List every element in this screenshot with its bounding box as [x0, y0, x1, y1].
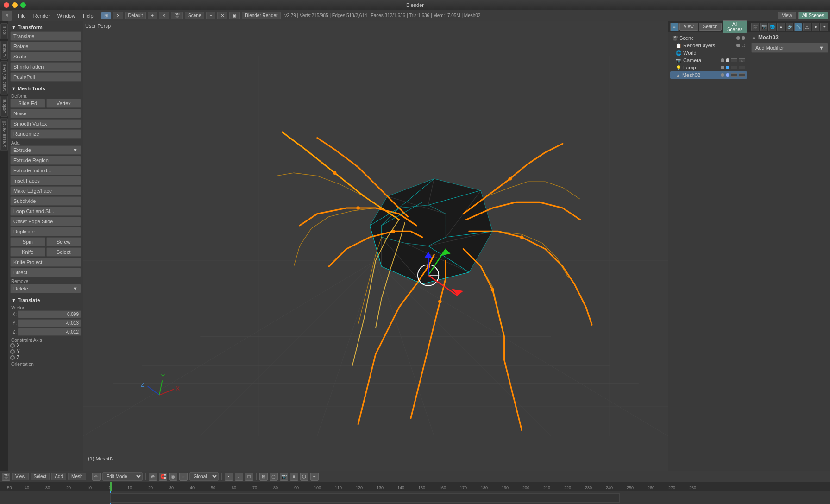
scene-x-btn[interactable]: ✕: [217, 12, 227, 19]
spin-btn[interactable]: Spin: [10, 237, 45, 246]
outliner-renderlayers[interactable]: 📋 RenderLayers: [670, 42, 747, 49]
bisect-btn[interactable]: Bisect: [10, 268, 81, 277]
render-icon-btn[interactable]: ◉: [229, 12, 240, 19]
mode-select[interactable]: Edit Mode Object Mode: [102, 472, 143, 481]
more-icon[interactable]: +: [310, 472, 319, 481]
options-tab[interactable]: Options: [0, 96, 8, 117]
add-modifier-btn[interactable]: Add Modifier ▼: [751, 43, 828, 53]
viewport2-icon[interactable]: ⬡: [300, 472, 308, 481]
orientation-select[interactable]: Global Local Normal: [189, 472, 219, 481]
select-btn[interactable]: Select: [46, 247, 82, 257]
slide-edge-btn[interactable]: Slide Ed: [10, 99, 45, 108]
create-tab[interactable]: Create: [0, 41, 8, 60]
outliner-camera[interactable]: 📷 Camera r s: [670, 57, 747, 64]
props-render-icon[interactable]: 📷: [760, 23, 768, 31]
menu-file[interactable]: File: [14, 12, 30, 19]
overlay-icon[interactable]: ⊞: [259, 472, 268, 481]
scale-btn[interactable]: Scale: [10, 52, 81, 61]
layout-icon-btn[interactable]: ⊞: [101, 12, 111, 19]
subdivide-btn[interactable]: Subdivide: [10, 196, 81, 206]
rotate-btn[interactable]: Rotate: [10, 42, 81, 51]
transform-section-title[interactable]: ▼ Transform: [10, 23, 81, 32]
push-pull-btn[interactable]: Push/Pull: [10, 72, 81, 82]
titlebar-buttons[interactable]: [4, 2, 26, 8]
axis-z-radio[interactable]: [10, 355, 15, 360]
screw-btn[interactable]: Screw: [46, 237, 82, 246]
shading-uvs-tab[interactable]: Shading / UVs: [0, 61, 8, 94]
props-modifier-icon[interactable]: 🔧: [794, 23, 802, 31]
allscenes-right-tab[interactable]: All Scenes: [723, 20, 747, 33]
layout-x-btn[interactable]: ✕: [159, 12, 169, 19]
axis-x-radio[interactable]: [10, 343, 15, 348]
scene-select[interactable]: Scene: [185, 12, 204, 19]
extrude-indiv-btn[interactable]: Extrude Individ...: [10, 166, 81, 175]
loop-cut-btn[interactable]: Loop Cut and Sl...: [10, 207, 81, 216]
props-scene-icon[interactable]: 🎬: [751, 23, 759, 31]
vert-mode-icon[interactable]: •: [225, 472, 233, 481]
offset-edge-btn[interactable]: Offset Edge Slide: [10, 217, 81, 226]
knife-project-btn[interactable]: Knife Project: [10, 258, 81, 267]
smooth-vertex-btn[interactable]: Smooth Vertex: [10, 119, 81, 128]
minimize-button[interactable]: [12, 2, 18, 8]
snap-icon[interactable]: 🧲: [159, 472, 167, 481]
props-material-icon[interactable]: ●: [812, 23, 820, 31]
inset-faces-btn[interactable]: Inset Faces: [10, 176, 81, 185]
z-input[interactable]: [18, 328, 81, 336]
noise-btn[interactable]: Noise: [10, 109, 81, 118]
outliner-scene[interactable]: 🎬 Scene: [670, 34, 747, 42]
grease-pencil-tab[interactable]: Grease Pencil: [0, 118, 8, 151]
outliner-world[interactable]: 🌐 World: [670, 49, 747, 57]
outliner-mesh02[interactable]: ▲ Mesh02: [670, 71, 747, 79]
proportional-icon[interactable]: ◎: [169, 472, 177, 481]
tools-tab[interactable]: Tools: [0, 23, 8, 39]
edge-mode-icon[interactable]: /: [235, 472, 243, 481]
render-engine-select[interactable]: Blender Render: [242, 12, 281, 19]
props-data-icon[interactable]: △: [803, 23, 811, 31]
view-btn[interactable]: View: [12, 472, 29, 480]
translate-btn[interactable]: Translate: [10, 32, 81, 41]
view-nav-btn[interactable]: View: [778, 12, 796, 19]
layout-default-btn[interactable]: Default: [125, 12, 146, 19]
duplicate-btn[interactable]: Duplicate: [10, 227, 81, 236]
timeline-track[interactable]: [0, 491, 830, 504]
vertex-btn[interactable]: Vertex: [46, 99, 82, 108]
layout-close-btn[interactable]: ✕: [113, 12, 123, 19]
x-input[interactable]: [18, 310, 81, 318]
props-object-icon[interactable]: ▲: [777, 23, 785, 31]
shrink-fatten-btn[interactable]: Shrink/Fatten: [10, 62, 81, 71]
camera2-icon[interactable]: 📷: [280, 472, 288, 481]
mesh-btm-btn[interactable]: Mesh: [68, 472, 86, 480]
scene-icon-btn[interactable]: 🎬: [171, 12, 183, 19]
props-particles-icon[interactable]: ✦: [820, 23, 828, 31]
translate-section-title[interactable]: ▼ Translate: [10, 296, 81, 304]
scene-add-btn[interactable]: +: [206, 12, 215, 19]
outliner-tab-icon[interactable]: ≡: [670, 23, 679, 31]
extrude-dropdown[interactable]: Extrude ▼: [10, 145, 81, 155]
viewport[interactable]: User Persp: [83, 21, 668, 471]
layout-add-btn[interactable]: +: [148, 12, 157, 19]
search-right-tab[interactable]: Search: [699, 23, 722, 31]
menu-window[interactable]: Window: [54, 12, 79, 19]
stats-icon[interactable]: ≡: [290, 472, 298, 481]
view-right-tab[interactable]: View: [679, 23, 698, 31]
y-input[interactable]: [18, 319, 81, 327]
add-btm-btn[interactable]: Add: [51, 472, 66, 480]
select-btm-btn[interactable]: Select: [31, 472, 50, 480]
make-edge-btn[interactable]: Make Edge/Face: [10, 186, 81, 195]
menu-render[interactable]: Render: [30, 12, 54, 19]
extrude-region-btn[interactable]: Extrude Region: [10, 156, 81, 165]
outliner-lamp[interactable]: 💡 Lamp: [670, 64, 747, 71]
axis-y-radio[interactable]: [10, 349, 15, 354]
maximize-button[interactable]: [20, 2, 26, 8]
knife-btn[interactable]: Knife: [10, 247, 45, 257]
edit-icon[interactable]: ✏: [92, 472, 101, 481]
mesh-tools-section-title[interactable]: ▼ Mesh Tools: [10, 84, 81, 93]
face-mode-icon[interactable]: □: [245, 472, 253, 481]
allscenes-nav-btn[interactable]: All Scenes: [798, 12, 828, 19]
transform-icon[interactable]: ↔: [179, 472, 188, 481]
pivot-icon[interactable]: ⊕: [149, 472, 157, 481]
xray-icon[interactable]: ◌: [270, 472, 278, 481]
delete-dropdown[interactable]: Delete ▼: [10, 284, 81, 293]
randomize-btn[interactable]: Randomize: [10, 129, 81, 139]
menu-help[interactable]: Help: [79, 12, 97, 19]
